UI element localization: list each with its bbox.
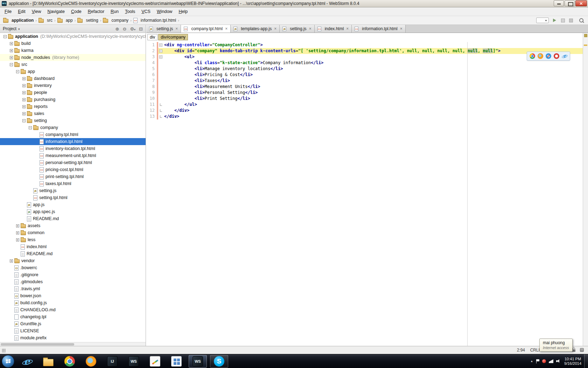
tree-expander-icon[interactable]: + [22, 112, 26, 115]
editor-scrollbar[interactable] [583, 33, 588, 346]
hide-panel-icon[interactable]: ⊟ [139, 27, 143, 31]
tree-item-src[interactable]: −src [0, 61, 146, 68]
locate-icon[interactable]: ⊕ [115, 27, 119, 31]
stop-icon[interactable] [569, 19, 573, 22]
run-configuration-combo[interactable] [536, 18, 549, 23]
search-everywhere-icon[interactable] [579, 18, 584, 23]
tree-item-measurement-unit-tpl-html[interactable]: <>measurement-unit.tpl.html [0, 152, 146, 159]
taskbar-chrome[interactable] [61, 355, 79, 368]
tree-item-common[interactable]: +common [0, 229, 146, 236]
tree-expander-icon[interactable]: + [22, 84, 26, 87]
tree-expander-icon[interactable]: + [16, 238, 19, 241]
tree-expander-icon[interactable]: + [22, 77, 26, 80]
inspector-icon[interactable] [580, 348, 584, 352]
tree-item-gitmodules[interactable]: .gitmodules [0, 278, 146, 285]
close-tab-icon[interactable]: × [274, 26, 276, 31]
tree-item-readme-md[interactable]: README.md [0, 250, 146, 257]
tree-expander-icon[interactable]: + [22, 98, 26, 101]
tree-item-application[interactable]: −application(D:\MyWorks\CycleCMS-Invento… [0, 33, 146, 40]
menu-refactor[interactable]: Refactor [85, 7, 107, 16]
tree-item-module-prefix[interactable]: module.prefix [0, 334, 146, 341]
tree-item-travis-yml[interactable]: .travis.yml [0, 285, 146, 292]
line-number[interactable]: 5 [146, 66, 157, 72]
tree-expander-icon[interactable]: + [10, 42, 13, 45]
scrollbar-thumb[interactable] [1, 343, 74, 346]
tab-setting-js[interactable]: JSsetting.js× [146, 25, 181, 33]
line-number[interactable]: 2 [146, 48, 157, 54]
debug-icon[interactable] [561, 19, 565, 22]
tree-expander-icon[interactable]: − [22, 119, 26, 122]
menu-tools[interactable]: Tools [122, 7, 138, 16]
fold-icon[interactable]: − [159, 49, 162, 53]
taskbar-grid-app[interactable] [167, 355, 186, 368]
chrome-icon[interactable] [530, 53, 535, 59]
taskbar-intellij-idea[interactable]: IJ [103, 355, 121, 368]
tree-item-people[interactable]: +people [0, 89, 146, 96]
tab-templates-app-js[interactable]: JStemplates-app.js× [231, 25, 280, 33]
code-line[interactable]: 11 </ul> [146, 102, 583, 108]
tree-item-build[interactable]: +build [0, 40, 146, 47]
fold-end-icon[interactable] [160, 109, 162, 112]
breadcrumb-item-information-tpl-html[interactable]: <>information.tpl.html [133, 18, 176, 23]
tree-item-gitignore[interactable]: .gitignore [0, 271, 146, 278]
close-tab-icon[interactable]: × [346, 26, 349, 31]
tree-item-setting-tpl-html[interactable]: <>setting.tpl.html [0, 194, 146, 201]
tree-item-changelog-tpl[interactable]: changelog.tpl [0, 313, 146, 320]
hidden-icons-chevron[interactable]: ▲ [530, 360, 533, 363]
show-desktop-button[interactable] [584, 354, 588, 368]
close-tab-icon[interactable]: × [225, 26, 227, 31]
tree-item-gruntfile-js[interactable]: JSGruntfile.js [0, 320, 146, 327]
menu-edit[interactable]: Edit [15, 7, 29, 16]
fold-icon[interactable]: − [159, 43, 162, 47]
tree-expander-icon[interactable]: + [22, 105, 26, 108]
tree-expander-icon[interactable]: − [16, 70, 19, 73]
close-tab-icon[interactable]: × [175, 26, 178, 31]
breadcrumb-item-app[interactable]: app [57, 18, 73, 23]
line-number[interactable]: 4 [146, 60, 157, 66]
volume-icon[interactable] [556, 359, 561, 363]
tree-expander-icon[interactable]: + [16, 224, 19, 227]
tree-item-build-config-js[interactable]: JSbuild.config.js [0, 299, 146, 306]
tree-item-purchasing[interactable]: +purchasing [0, 96, 146, 103]
tree-item-less[interactable]: +less [0, 236, 146, 243]
taskbar-windows-explorer[interactable] [39, 355, 57, 368]
tree-item-karma[interactable]: +karma [0, 47, 146, 54]
tree-item-assets[interactable]: +assets [0, 222, 146, 229]
code-line[interactable]: 8 <li>Measurement Units</li> [146, 84, 583, 90]
menu-view[interactable]: View [29, 7, 44, 16]
tree-item-app[interactable]: −app [0, 68, 146, 75]
code-line[interactable]: 6 <li>Pricing & Cost</li> [146, 72, 583, 78]
tree-item-sales[interactable]: +sales [0, 110, 146, 117]
tree-item-company-tpl-html[interactable]: <>company.tpl.html [0, 131, 146, 138]
code-line[interactable]: 4 <li class="k-state-active">Company inf… [146, 60, 583, 66]
code-line[interactable]: 10 <li>Print Setting</li> [146, 96, 583, 102]
line-number[interactable]: 12 [146, 108, 157, 114]
fold-end-icon[interactable] [160, 103, 162, 106]
breadcrumb-item-company[interactable]: company [103, 18, 129, 23]
taskbar-webstorm-active[interactable]: WS [189, 355, 207, 368]
tree-expander-icon[interactable]: − [29, 126, 32, 129]
code-line[interactable]: 7 <li>Taxes</li> [146, 78, 583, 84]
breadcrumb-item-src[interactable]: src [38, 18, 53, 23]
tree-item-information-tpl-html[interactable]: <>information.tpl.html [0, 138, 146, 145]
tree-expander-icon[interactable]: + [10, 259, 13, 263]
tree-expander-icon[interactable]: − [4, 35, 7, 38]
tree-item-inventory-location-tpl-html[interactable]: <>inventory-location.tpl.html [0, 145, 146, 152]
code-line[interactable]: 5 <li>Manage inventory locations</li> [146, 66, 583, 72]
code-line[interactable]: 1−<div ng-controller="CompanyController"… [146, 42, 583, 48]
tree-expander-icon[interactable]: + [22, 91, 26, 94]
line-number[interactable]: 7 [146, 78, 157, 84]
code-line[interactable]: 9 <li>Personal Setting</li> [146, 90, 583, 96]
tag-breadcrumb-div[interactable]: div [147, 34, 158, 40]
safari-icon[interactable] [546, 53, 551, 59]
tree-item-pricing-cost-tpl-html[interactable]: <>pricing-cost.tpl.html [0, 166, 146, 173]
line-number[interactable]: 9 [146, 90, 157, 96]
line-number[interactable]: 6 [146, 72, 157, 78]
tree-item-inventory[interactable]: +inventory [0, 82, 146, 89]
code-editor[interactable]: 1−<div ng-controller="CompanyController"… [146, 42, 583, 346]
ie-icon[interactable] [562, 53, 567, 59]
close-tab-icon[interactable]: × [309, 26, 312, 31]
tree-item-app-js[interactable]: JSapp.js [0, 201, 146, 208]
tree-item-company[interactable]: −company [0, 124, 146, 131]
tree-expander-icon[interactable]: + [10, 56, 13, 59]
